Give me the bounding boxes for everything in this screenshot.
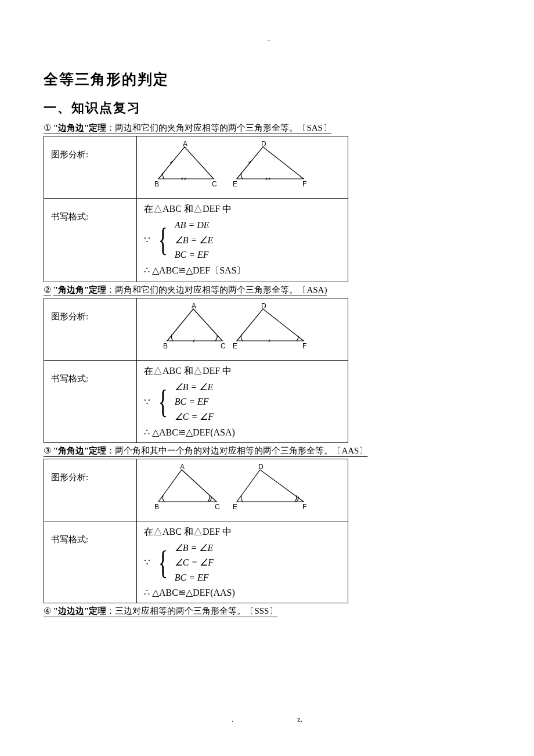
row-label-format: 书写格式: [44, 199, 137, 282]
cond-line-3: BC = EF [175, 570, 214, 585]
svg-text:C: C [212, 180, 217, 188]
diagram-cell: A B C D E F [137, 298, 348, 360]
because-symbol: ∵ [144, 396, 151, 408]
cond-line-2: BC = EF [175, 394, 214, 409]
theorem-num: ① [44, 123, 51, 132]
theorem-num: ③ [44, 446, 51, 455]
theorem-table-asa: 图形分析: A B C D E F [44, 298, 348, 443]
svg-text:C: C [221, 342, 226, 350]
svg-text:C: C [215, 503, 220, 511]
svg-marker-14 [167, 309, 222, 341]
theorem-name: "边边边"定理 [53, 606, 107, 615]
page-footer: .z. [0, 715, 534, 724]
svg-text:A: A [183, 141, 187, 148]
cond-line-1: ∠B = ∠E [175, 380, 214, 395]
given-text: 在△ABC 和△DEF 中 [144, 526, 341, 538]
theorem-desc: ：两个角和其中一个角的对边对应相等的两个三角形全等。〔AAS〕 [106, 446, 367, 455]
format-cell: 在△ABC 和△DEF 中 ∵ { AB = DE ∠B = ∠E BC = E… [137, 199, 348, 282]
theorem-table-sas: 图形分析: A B C D E F [44, 136, 348, 282]
cond-line-2: ∠B = ∠E [175, 233, 213, 248]
given-text: 在△ABC 和△DEF 中 [144, 365, 341, 377]
because-symbol: ∵ [144, 234, 151, 246]
header-dash [267, 41, 270, 41]
svg-text:F: F [302, 180, 306, 188]
row-label-diagram: 图形分析: [44, 136, 137, 199]
left-brace-icon: { [158, 385, 168, 419]
left-brace-icon: { [158, 546, 168, 579]
theorem-num: ② [44, 285, 51, 294]
conclusion-text: ∴ △ABC≌△DEF〔SAS〕 [144, 265, 341, 277]
theorem-name: "角角边"定理 [53, 446, 107, 455]
document-title: 全等三角形的判定 [44, 70, 490, 89]
diagram-cell: A B C D E F [137, 136, 348, 199]
theorem-name: "边角边"定理 [53, 123, 107, 132]
cond-line-3: BC = EF [175, 247, 213, 262]
svg-marker-0 [158, 147, 214, 179]
theorem-line-aas: ③ "角角边"定理：两个角和其中一个角的对边对应相等的两个三角形全等。〔AAS〕 [44, 445, 490, 456]
row-label-diagram: 图形分析: [44, 298, 137, 360]
row-label-format: 书写格式: [44, 521, 137, 603]
given-text: 在△ABC 和△DEF 中 [144, 203, 341, 215]
cond-line-1: ∠B = ∠E [175, 541, 214, 556]
svg-text:E: E [233, 503, 237, 511]
svg-text:B: B [163, 342, 168, 350]
cond-line-1: AB = DE [175, 218, 213, 233]
row-label-diagram: 图形分析: [44, 459, 137, 521]
svg-marker-19 [237, 309, 304, 341]
svg-marker-7 [237, 147, 304, 179]
row-label-format: 书写格式: [44, 360, 137, 442]
format-cell: 在△ABC 和△DEF 中 ∵ { ∠B = ∠E ∠C = ∠F BC = E… [137, 521, 348, 603]
theorem-line-sas: ① "边角边"定理：两边和它们的夹角对应相等的两个三角形全等。〔SAS〕 [44, 123, 490, 134]
theorem-name: "角边角"定理 [53, 285, 107, 294]
svg-text:D: D [261, 141, 266, 148]
svg-marker-24 [158, 470, 217, 502]
theorem-desc: ：两角和它们的夹边对应相等的两个三角形全等。〔ASA) [106, 285, 327, 294]
conclusion-text: ∴ △ABC≌△DEF(AAS) [144, 587, 341, 598]
svg-text:E: E [233, 180, 237, 188]
theorem-desc: ：两边和它们的夹角对应相等的两个三角形全等。〔SAS〕 [106, 123, 331, 132]
cond-line-2: ∠C = ∠F [175, 555, 214, 570]
svg-text:F: F [302, 342, 306, 350]
theorem-line-asa: ② "角边角"定理：两角和它们的夹边对应相等的两个三角形全等。〔ASA) [44, 285, 490, 296]
because-symbol: ∵ [144, 556, 151, 568]
svg-text:D: D [261, 303, 266, 310]
triangle-diagram-aas-icon: A B C D E F [144, 464, 318, 512]
theorem-table-aas: 图形分析: A B C D E F [44, 459, 348, 604]
page-root: 全等三角形的判定 一、知识点复习 ① "边角边"定理：两边和它们的夹角对应相等的… [0, 0, 534, 756]
svg-text:F: F [302, 503, 306, 511]
svg-text:A: A [192, 303, 196, 310]
svg-marker-28 [237, 470, 304, 502]
cond-line-3: ∠C = ∠F [175, 409, 214, 424]
footer-z: z. [297, 715, 302, 723]
footer-dot-left: . [232, 715, 233, 723]
svg-text:E: E [233, 342, 237, 350]
theorem-num: ④ [44, 606, 51, 615]
svg-text:D: D [258, 464, 264, 471]
svg-text:B: B [154, 180, 159, 188]
triangle-diagram-asa-icon: A B C D E F [144, 303, 318, 351]
theorem-line-sss: ④ "边边边"定理：三边对应相等的两个三角形全等。〔SSS〕 [44, 606, 490, 617]
left-brace-icon: { [158, 223, 168, 257]
conclusion-text: ∴ △ABC≌△DEF(ASA) [144, 427, 341, 438]
theorem-desc: ：三边对应相等的两个三角形全等。〔SSS〕 [106, 606, 277, 615]
svg-text:A: A [180, 464, 185, 471]
format-cell: 在△ABC 和△DEF 中 ∵ { ∠B = ∠E BC = EF ∠C = ∠… [137, 360, 348, 442]
section-heading: 一、知识点复习 [44, 99, 490, 117]
svg-text:B: B [154, 503, 159, 511]
diagram-cell: A B C D E F [137, 459, 348, 521]
triangle-diagram-sas-icon: A B C D E F [144, 141, 318, 189]
